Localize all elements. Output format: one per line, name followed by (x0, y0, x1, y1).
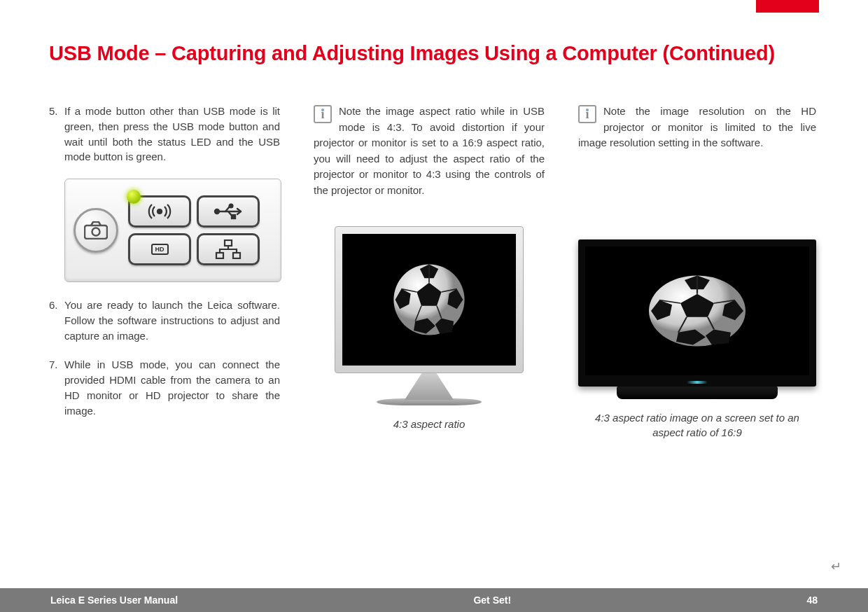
tv-power-light (687, 381, 708, 384)
step-7: 7. While in USB mode, you can connect th… (49, 357, 280, 418)
monitor-screen (342, 234, 516, 366)
step-6: 6. You are ready to launch the Leica sof… (49, 298, 280, 343)
step-5: 5. If a mode button other than USB mode … (49, 104, 280, 165)
caption-4-3: 4:3 aspect ratio (314, 417, 545, 431)
info-icon: i (314, 105, 332, 123)
step-text: If a mode button other than USB mode is … (64, 104, 280, 165)
column-left: 5. If a mode button other than USB mode … (49, 104, 280, 440)
monitor-stand (405, 373, 454, 400)
usb-mode-icon (197, 195, 260, 228)
status-led-icon (127, 190, 141, 204)
hd-chip-label: HD (151, 244, 169, 255)
footer-section: Get Set! (178, 594, 806, 606)
content-columns: 5. If a mode button other than USB mode … (49, 104, 819, 440)
column-right: i Note the image resolution on the HD pr… (578, 104, 816, 440)
mode-buttons: HD (128, 195, 260, 265)
svg-point-1 (92, 228, 100, 236)
info-icon: i (578, 105, 596, 123)
step-number: 7. (49, 357, 64, 418)
column-middle: i Note the image aspect ratio while in U… (314, 104, 545, 440)
capture-button-icon (74, 208, 118, 253)
svg-point-5 (230, 204, 233, 208)
step-text: While in USB mode, you can connect the p… (64, 357, 280, 418)
footer-page-number: 48 (806, 594, 818, 606)
return-icon: ↵ (831, 559, 841, 574)
brand-tab (756, 0, 819, 13)
tv-screen (585, 246, 809, 375)
soccer-ball-stretched-icon (645, 272, 750, 349)
monitor-frame (335, 226, 524, 373)
page-footer: Leica E Series User Manual Get Set! 48 (0, 588, 868, 612)
svg-point-2 (158, 209, 162, 214)
note-text: Note the image aspect ratio while in USB… (314, 105, 545, 196)
svg-rect-6 (232, 215, 235, 218)
note-text: Note the image resolution on the HD proj… (578, 105, 816, 148)
svg-rect-8 (216, 253, 223, 258)
svg-rect-9 (233, 253, 240, 258)
network-mode-icon (197, 233, 260, 265)
caption-16-9: 4:3 aspect ratio image on a screen set t… (578, 410, 816, 440)
footer-manual-title: Leica E Series User Manual (50, 594, 178, 606)
tv-frame (578, 239, 816, 387)
soccer-ball-icon (391, 261, 468, 338)
note-resolution: i Note the image resolution on the HD pr… (578, 104, 816, 151)
svg-rect-7 (225, 240, 232, 246)
camera-panel-illustration: HD (64, 179, 281, 282)
tv-stand (617, 387, 778, 399)
monitor-4-3-illustration (335, 226, 524, 405)
page-body: USB Mode – Capturing and Adjusting Image… (0, 0, 868, 440)
tv-16-9-illustration (578, 239, 816, 399)
page-title: USB Mode – Capturing and Adjusting Image… (49, 42, 819, 65)
step-number: 5. (49, 104, 64, 165)
note-aspect-ratio: i Note the image aspect ratio while in U… (314, 104, 545, 198)
step-text: You are ready to launch the Leica softwa… (64, 298, 280, 343)
step-number: 6. (49, 298, 64, 343)
hd-mode-icon: HD (128, 233, 191, 265)
